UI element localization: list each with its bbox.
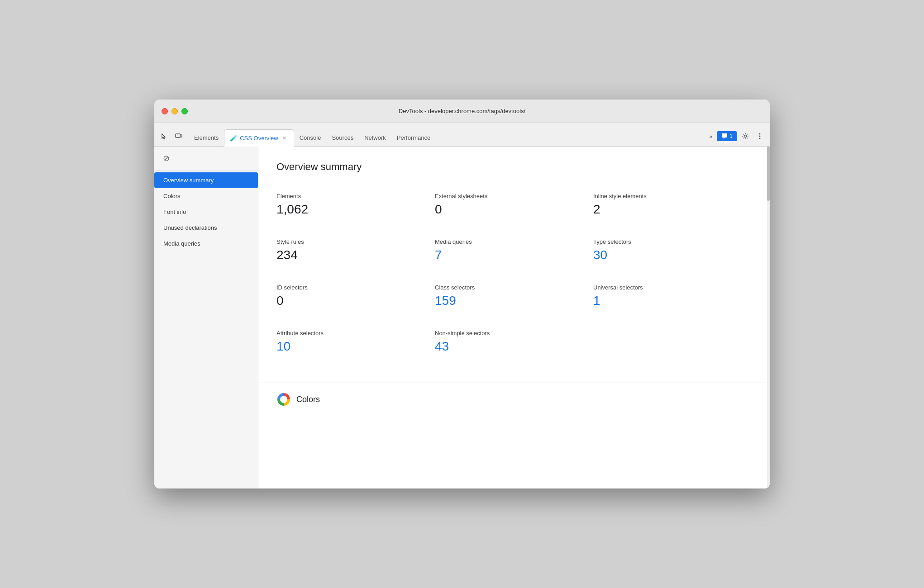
svg-point-5 [759, 138, 761, 139]
device-toolbar-icon[interactable] [172, 130, 185, 142]
tab-performance-label: Performance [397, 134, 430, 141]
stat-class-selectors-value[interactable]: 159 [435, 294, 582, 308]
tab-css-overview-icon: 🧪 [230, 135, 237, 142]
stats-row-2: Style rules 234 Media queries 7 Type sel… [276, 231, 752, 273]
stat-id-selectors-value: 0 [276, 294, 424, 308]
content-panel: Overview summary Elements 1,062 External… [258, 147, 770, 488]
stat-universal-selectors-value[interactable]: 1 [593, 294, 741, 308]
close-window-button[interactable] [162, 108, 168, 114]
tab-css-overview[interactable]: 🧪 CSS Overview ✕ [224, 129, 294, 147]
sidebar-item-colors-label: Colors [163, 193, 181, 199]
minimize-window-button[interactable] [171, 108, 178, 114]
maximize-window-button[interactable] [181, 108, 188, 114]
title-bar: DevTools - developer.chrome.com/tags/dev… [154, 100, 770, 123]
sidebar-item-unused-declarations[interactable]: Unused declarations [154, 220, 258, 236]
tab-elements[interactable]: Elements [189, 129, 224, 146]
stat-class-selectors-label: Class selectors [435, 284, 582, 291]
tab-css-overview-close[interactable]: ✕ [281, 134, 288, 142]
tab-sources-label: Sources [332, 134, 353, 141]
svg-rect-0 [176, 134, 180, 138]
colors-title: Colors [296, 395, 320, 404]
stat-inline-style-elements: Inline style elements 2 [593, 185, 752, 228]
colors-section: Colors [258, 383, 770, 419]
sidebar-item-font-info[interactable]: Font info [154, 204, 258, 220]
stat-id-selectors: ID selectors 0 [276, 277, 435, 319]
stat-elements: Elements 1,062 [276, 185, 435, 228]
stat-media-queries: Media queries 7 [435, 231, 593, 273]
stat-media-queries-label: Media queries [435, 238, 582, 245]
stats-row-4: Attribute selectors 10 Non-simple select… [276, 322, 752, 365]
sidebar-item-media-queries[interactable]: Media queries [154, 236, 258, 251]
stat-universal-selectors-label: Universal selectors [593, 284, 741, 291]
feedback-count: 1 [729, 133, 733, 139]
svg-point-7 [280, 396, 287, 403]
scrollbar[interactable] [767, 147, 770, 488]
stat-inline-style-elements-label: Inline style elements [593, 193, 741, 199]
stat-inline-style-elements-value: 2 [593, 202, 741, 217]
tab-performance[interactable]: Performance [391, 129, 436, 146]
sidebar-item-overview-summary[interactable]: Overview summary [154, 172, 258, 188]
settings-button[interactable] [739, 130, 752, 142]
select-element-icon[interactable] [158, 130, 171, 142]
svg-rect-1 [180, 135, 182, 137]
stat-non-simple-selectors: Non-simple selectors 43 [435, 322, 593, 365]
sidebar-item-media-queries-label: Media queries [163, 240, 200, 247]
traffic-lights [162, 108, 188, 114]
tab-bar: Elements 🧪 CSS Overview ✕ Console Source… [154, 123, 770, 147]
colors-icon [276, 392, 291, 407]
sidebar-top: ⊘ [154, 147, 258, 171]
devtools-window: DevTools - developer.chrome.com/tags/dev… [154, 100, 770, 488]
stats-row-3: ID selectors 0 Class selectors 159 Unive… [276, 277, 752, 319]
sidebar-nav: Overview summary Colors Font info Unused… [154, 171, 258, 253]
tab-network[interactable]: Network [359, 129, 391, 146]
sidebar-item-overview-summary-label: Overview summary [163, 177, 214, 184]
tab-sources[interactable]: Sources [326, 129, 359, 146]
sidebar-item-colors[interactable]: Colors [154, 188, 258, 204]
stat-attribute-selectors-label: Attribute selectors [276, 330, 424, 337]
stat-style-rules-label: Style rules [276, 238, 424, 245]
stat-external-stylesheets-value: 0 [435, 202, 582, 217]
tab-bar-right: » 1 [706, 130, 766, 146]
stat-non-simple-selectors-value[interactable]: 43 [435, 339, 582, 354]
tab-css-overview-label: CSS Overview [240, 135, 278, 142]
block-icon: ⊘ [160, 152, 172, 165]
more-tabs-button[interactable]: » [706, 131, 715, 142]
tab-network-label: Network [364, 134, 386, 141]
stat-external-stylesheets-label: External stylesheets [435, 193, 582, 199]
tab-elements-label: Elements [194, 134, 219, 141]
stat-type-selectors-value[interactable]: 30 [593, 248, 741, 262]
stat-style-rules-value: 234 [276, 248, 424, 262]
stat-elements-value: 1,062 [276, 202, 424, 217]
scroll-thumb[interactable] [767, 147, 770, 201]
stat-elements-label: Elements [276, 193, 424, 199]
stat-type-selectors: Type selectors 30 [593, 231, 752, 273]
sidebar-item-font-info-label: Font info [163, 209, 186, 215]
stat-non-simple-selectors-label: Non-simple selectors [435, 330, 582, 337]
svg-point-3 [759, 133, 761, 135]
tab-console[interactable]: Console [294, 129, 327, 146]
svg-point-2 [744, 135, 747, 138]
stat-id-selectors-label: ID selectors [276, 284, 424, 291]
stats-row-1: Elements 1,062 External stylesheets 0 In… [276, 185, 752, 228]
stat-universal-selectors: Universal selectors 1 [593, 277, 752, 319]
stat-external-stylesheets: External stylesheets 0 [435, 185, 593, 228]
svg-point-4 [759, 136, 761, 137]
content-inner: Overview summary Elements 1,062 External… [258, 147, 770, 383]
sidebar: ⊘ Overview summary Colors Font info Unus… [154, 147, 258, 488]
stat-media-queries-value[interactable]: 7 [435, 248, 582, 262]
colors-header: Colors [276, 392, 752, 407]
feedback-button[interactable]: 1 [717, 131, 737, 141]
stat-attribute-selectors-value[interactable]: 10 [276, 339, 424, 354]
stat-class-selectors: Class selectors 159 [435, 277, 593, 319]
stat-type-selectors-label: Type selectors [593, 238, 741, 245]
main-content: ⊘ Overview summary Colors Font info Unus… [154, 147, 770, 488]
page-title: Overview summary [276, 161, 752, 173]
window-title: DevTools - developer.chrome.com/tags/dev… [399, 108, 525, 114]
stat-style-rules: Style rules 234 [276, 231, 435, 273]
tab-bar-tools [158, 130, 185, 146]
sidebar-item-unused-declarations-label: Unused declarations [163, 224, 217, 231]
more-options-button[interactable] [753, 130, 766, 142]
stat-empty-3 [593, 322, 752, 365]
stat-attribute-selectors: Attribute selectors 10 [276, 322, 435, 365]
tab-console-label: Console [300, 134, 321, 141]
